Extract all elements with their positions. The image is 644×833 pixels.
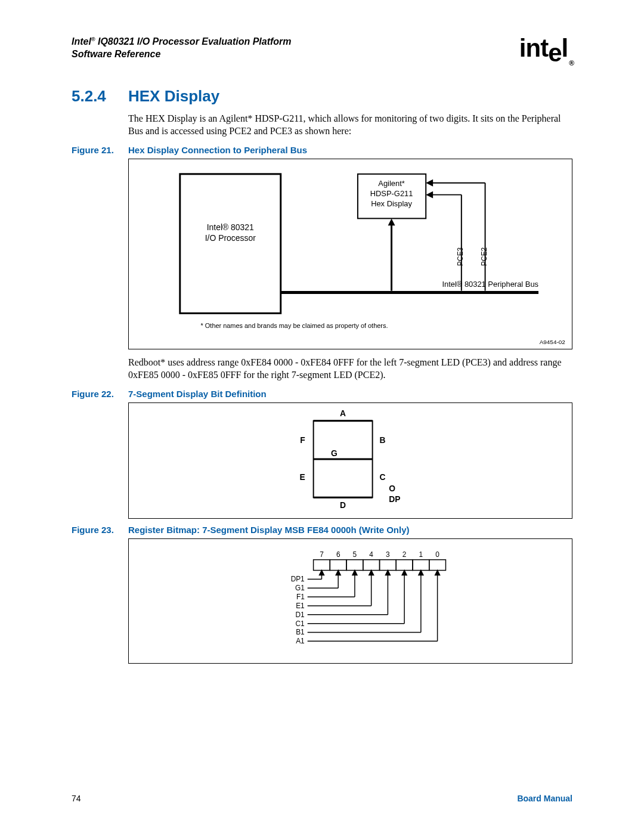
svg-text:O: O — [389, 484, 395, 493]
svg-marker-59 — [385, 570, 390, 575]
svg-text:A: A — [340, 408, 346, 417]
svg-rect-36 — [346, 559, 363, 570]
registered-mark: ® — [91, 36, 95, 42]
figure-23-caption: Figure 23.Register Bitmap: 7-Segment Dis… — [72, 525, 572, 535]
svg-rect-37 — [363, 559, 380, 570]
svg-text:D1: D1 — [296, 610, 305, 618]
intel-logo: intel® — [519, 36, 572, 63]
svg-marker-61 — [402, 570, 407, 575]
svg-marker-57 — [369, 570, 374, 575]
svg-text:2: 2 — [402, 550, 407, 558]
svg-text:DP1: DP1 — [291, 575, 305, 583]
paragraph-1: The HEX Display is an Agilent* HDSP-G211… — [128, 113, 572, 138]
figure-22-title: 7-Segment Display Bit Definition — [128, 389, 267, 399]
svg-text:3: 3 — [386, 550, 390, 558]
svg-text:F: F — [300, 435, 305, 445]
svg-text:F1: F1 — [296, 593, 305, 601]
svg-rect-41 — [429, 559, 446, 570]
page-header: Intel® IQ80321 I/O Processor Evaluation … — [72, 36, 572, 63]
svg-text:Agilent*: Agilent* — [378, 179, 405, 188]
svg-text:I/O Processor: I/O Processor — [205, 233, 256, 243]
figure-23-title: Register Bitmap: 7-Segment Display MSB F… — [128, 525, 410, 535]
svg-text:Hex Display: Hex Display — [371, 199, 412, 208]
figure-21-title: Hex Display Connection to Peripheral Bus — [128, 145, 307, 155]
svg-rect-0 — [180, 174, 281, 314]
figure-22-label: Figure 22. — [72, 389, 128, 399]
header-line1-suffix: IQ80321 I/O Processor Evaluation Platfor… — [95, 36, 292, 47]
svg-marker-53 — [336, 570, 340, 575]
svg-text:4: 4 — [369, 550, 373, 558]
manual-label: Board Manual — [517, 794, 572, 803]
svg-text:D: D — [340, 500, 346, 510]
svg-text:A9454-02: A9454-02 — [540, 339, 566, 345]
svg-text:7: 7 — [320, 550, 324, 558]
svg-text:B1: B1 — [296, 628, 305, 636]
figure-21-caption: Figure 21.Hex Display Connection to Peri… — [72, 145, 572, 155]
figure-22-diagram: A B C D E F G O DP — [128, 402, 572, 519]
svg-marker-13 — [426, 191, 433, 199]
svg-marker-55 — [352, 570, 357, 575]
svg-marker-51 — [320, 570, 324, 575]
svg-text:G: G — [331, 448, 338, 458]
figure-22-caption: Figure 22.7-Segment Display Bit Definiti… — [72, 389, 572, 399]
svg-text:E1: E1 — [296, 601, 305, 609]
header-title-block: Intel® IQ80321 I/O Processor Evaluation … — [72, 36, 292, 61]
svg-rect-34 — [314, 559, 330, 570]
svg-text:G1: G1 — [295, 584, 305, 592]
figure-23-label: Figure 23. — [72, 525, 128, 535]
section-number: 5.2.4 — [72, 87, 128, 106]
svg-text:A1: A1 — [296, 637, 305, 645]
svg-text:6: 6 — [336, 550, 340, 558]
header-line1-prefix: Intel — [72, 36, 91, 47]
svg-text:B: B — [379, 435, 385, 445]
svg-text:HDSP-G211: HDSP-G211 — [370, 189, 413, 198]
svg-text:DP: DP — [389, 494, 400, 504]
paragraph-2: Redboot* uses address range 0xFE84 0000 … — [128, 357, 572, 382]
svg-rect-35 — [330, 559, 346, 570]
svg-marker-63 — [419, 570, 423, 575]
figure-21-label: Figure 21. — [72, 145, 128, 155]
svg-text:E: E — [300, 472, 305, 481]
svg-text:5: 5 — [353, 550, 357, 558]
svg-text:PCE2: PCE2 — [480, 247, 488, 265]
figure-21-diagram: Intel® 80321 I/O Processor Agilent* HDSP… — [128, 159, 572, 349]
page-footer: 74 Board Manual — [72, 794, 572, 803]
section-heading: 5.2.4HEX Display — [72, 87, 572, 106]
svg-marker-17 — [426, 179, 433, 187]
svg-rect-38 — [380, 559, 397, 570]
figure-23-diagram: 7 6 5 4 3 2 1 0 DP1 — [128, 538, 572, 664]
page-number: 74 — [72, 794, 81, 803]
svg-text:* Other names and brands may b: * Other names and brands may be claimed … — [201, 322, 388, 329]
svg-text:C: C — [379, 472, 385, 481]
section-title: HEX Display — [128, 87, 219, 105]
svg-text:Intel® 80321: Intel® 80321 — [207, 222, 254, 232]
svg-marker-65 — [435, 570, 440, 575]
svg-rect-40 — [413, 559, 429, 570]
svg-text:C1: C1 — [296, 619, 305, 627]
svg-text:PCE3: PCE3 — [456, 247, 465, 265]
header-line2: Software Reference — [72, 49, 160, 59]
svg-rect-39 — [396, 559, 413, 570]
svg-text:1: 1 — [419, 550, 423, 558]
svg-text:0: 0 — [435, 550, 439, 558]
svg-marker-10 — [388, 218, 395, 225]
svg-text:Intel® 80321 Peripheral Bus: Intel® 80321 Peripheral Bus — [442, 280, 538, 289]
